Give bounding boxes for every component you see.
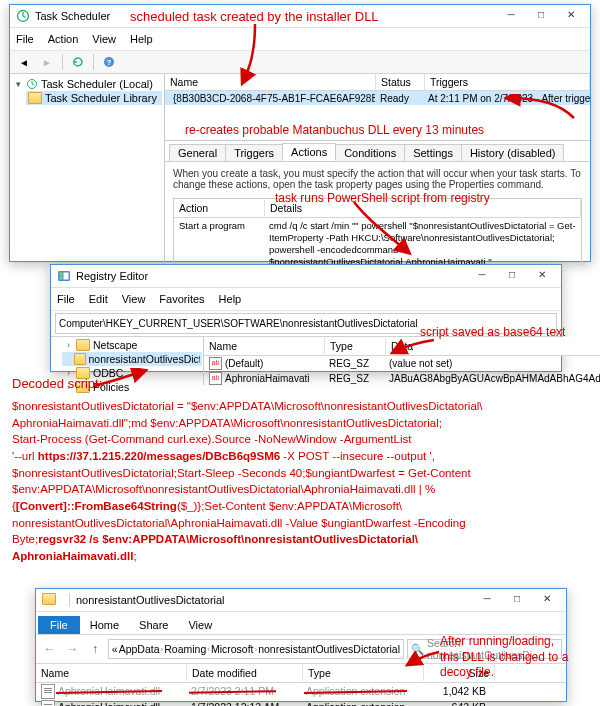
menubar: File Edit View Favorites Help	[51, 288, 561, 311]
string-icon: ab	[209, 357, 222, 370]
file-row[interactable]: AphroniaHaimavati.dll 1/7/2023 12:13 AM …	[36, 699, 566, 706]
tab-conditions[interactable]: Conditions	[335, 144, 405, 161]
registry-value-row[interactable]: ab(Default) REG_SZ (value not set)	[204, 356, 600, 371]
col-name[interactable]: Name	[204, 338, 325, 354]
ribbon-file[interactable]: File	[38, 616, 80, 634]
minimize-button[interactable]: ─	[472, 590, 502, 610]
menu-file[interactable]: File	[14, 33, 36, 45]
col-type[interactable]: Type	[325, 338, 386, 354]
registry-editor-window: Registry Editor ─ □ ✕ File Edit View Fav…	[50, 264, 562, 372]
maximize-button[interactable]: □	[526, 6, 556, 26]
forward-button[interactable]: ►	[37, 52, 57, 72]
breadcrumb[interactable]: « AppData› Roaming› Microsoft› nonresist…	[108, 639, 404, 659]
help-button[interactable]: ?	[99, 52, 119, 72]
folder-icon	[76, 339, 90, 351]
menu-file[interactable]: File	[55, 293, 77, 305]
string-icon: ab	[209, 372, 222, 385]
nav-tree[interactable]: ▾Task Scheduler (Local) Task Scheduler L…	[10, 74, 165, 266]
dll-icon	[41, 684, 55, 699]
tab-actions[interactable]: Actions	[282, 143, 336, 161]
arrow-icon	[348, 200, 418, 260]
arrow-icon	[225, 22, 285, 90]
svg-rect-7	[60, 277, 63, 280]
annotation: scheduled task created by the installer …	[130, 9, 379, 26]
decoded-script-block: $nonresistantOutlivesDictatorial = "$env…	[12, 398, 588, 565]
ribbon-view[interactable]: View	[178, 616, 222, 634]
svg-rect-6	[60, 273, 63, 276]
toolbar: ◄ ► ?	[10, 51, 590, 74]
app-icon	[16, 9, 30, 23]
folder-icon	[28, 92, 42, 104]
menu-edit[interactable]: Edit	[87, 293, 110, 305]
col-triggers[interactable]: Triggers	[425, 74, 590, 90]
up-button[interactable]: ↑	[85, 639, 105, 659]
maximize-button[interactable]: □	[502, 590, 532, 610]
svg-text:?: ?	[107, 58, 112, 67]
forward-button[interactable]: →	[63, 639, 83, 659]
menu-view[interactable]: View	[90, 33, 118, 45]
ribbon: File Home Share View	[36, 612, 566, 635]
col-name[interactable]: Name	[36, 665, 187, 681]
close-button[interactable]: ✕	[527, 266, 557, 286]
close-button[interactable]: ✕	[532, 590, 562, 610]
titlebar[interactable]: nonresistantOutlivesDictatorial ─ □ ✕	[36, 589, 566, 612]
tab-triggers[interactable]: Triggers	[225, 144, 283, 161]
menu-favorites[interactable]: Favorites	[157, 293, 206, 305]
folder-icon	[42, 593, 56, 607]
regedit-icon	[57, 269, 71, 283]
minimize-button[interactable]: ─	[496, 6, 526, 26]
folder-icon	[74, 353, 85, 365]
file-row[interactable]: AphroniaHaimavati.dll 2/7/2023 2:11 PM A…	[36, 683, 566, 699]
tab-general[interactable]: General	[169, 144, 226, 161]
col-status[interactable]: Status	[376, 74, 425, 90]
window-title: Registry Editor	[76, 270, 467, 282]
window-title: nonresistantOutlivesDictatorial	[76, 594, 472, 606]
annotation: script saved as base64 text	[420, 325, 565, 341]
close-button[interactable]: ✕	[556, 6, 586, 26]
menu-action[interactable]: Action	[46, 33, 81, 45]
col-action[interactable]: Action	[174, 200, 265, 216]
arrow-icon	[405, 648, 445, 668]
tab-settings[interactable]: Settings	[404, 144, 462, 161]
col-date[interactable]: Date modified	[187, 665, 303, 681]
tree-item[interactable]: ›Netscape	[62, 338, 202, 352]
annotation: re-creates probable Matanbuchus DLL ever…	[185, 123, 484, 139]
svg-rect-8	[64, 273, 69, 280]
tree-item-selected[interactable]: nonresistantOutlivesDictatorial	[62, 352, 202, 366]
arrow-icon	[500, 94, 580, 124]
menu-help[interactable]: Help	[217, 293, 244, 305]
annotation: After running/loading, this DLL is chang…	[440, 634, 570, 681]
registry-value-row[interactable]: abAphroniaHaimavati REG_SZ JABuAG8AbgByA…	[204, 371, 600, 386]
back-button[interactable]: ←	[40, 639, 60, 659]
menubar: File Action View Help	[10, 28, 590, 51]
maximize-button[interactable]: □	[497, 266, 527, 286]
annotation: task runs PowerShell script from registr…	[275, 191, 490, 207]
detail-tabs: General Triggers Actions Conditions Sett…	[165, 141, 590, 162]
titlebar[interactable]: Registry Editor ─ □ ✕	[51, 265, 561, 288]
back-button[interactable]: ◄	[14, 52, 34, 72]
menu-view[interactable]: View	[120, 293, 148, 305]
tab-history[interactable]: History (disabled)	[461, 144, 565, 161]
tree-library[interactable]: Task Scheduler Library	[26, 91, 162, 105]
minimize-button[interactable]: ─	[467, 266, 497, 286]
ribbon-share[interactable]: Share	[129, 616, 178, 634]
refresh-button[interactable]	[68, 52, 88, 72]
ribbon-home[interactable]: Home	[80, 616, 129, 634]
decoded-label: Decoded script:	[12, 376, 102, 393]
menu-help[interactable]: Help	[128, 33, 155, 45]
dll-icon	[41, 700, 55, 707]
tree-root[interactable]: ▾Task Scheduler (Local)	[12, 77, 162, 91]
